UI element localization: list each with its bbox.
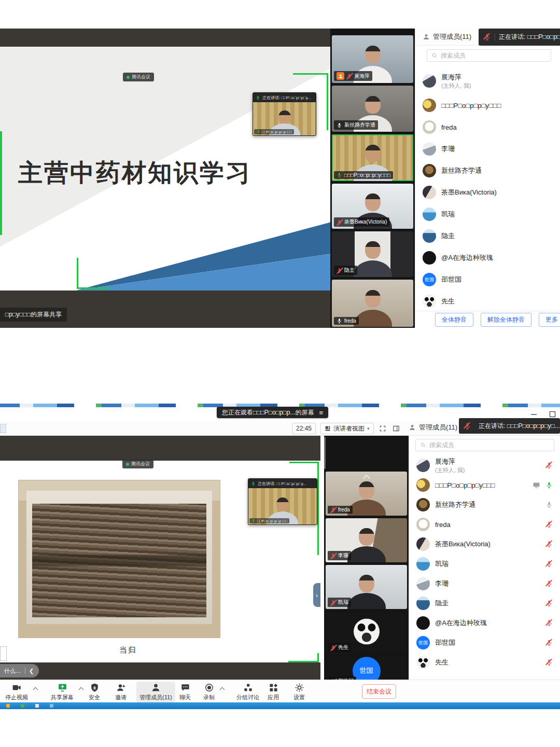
member-row[interactable]: 茶墨Вика(Victoria) xyxy=(409,534,560,554)
participant-name-tag: 李珊 xyxy=(328,551,351,560)
minimized-window-pill[interactable]: 什么… ❮ xyxy=(0,664,39,677)
avatar xyxy=(416,656,430,669)
minimize-button[interactable] xyxy=(530,410,538,417)
mic-status-icon[interactable] xyxy=(545,639,553,646)
video-tile[interactable]: 新丝路齐学通 xyxy=(332,86,413,132)
member-row[interactable]: 世国 邵世国 xyxy=(415,269,560,290)
toolbar-item[interactable]: 应用 xyxy=(264,682,282,702)
windows-taskbar[interactable] xyxy=(0,702,560,709)
taskbar-icon[interactable] xyxy=(50,704,53,708)
panel-footer-button[interactable]: 全体静音▾ xyxy=(435,313,473,327)
end-meeting-button[interactable]: 结束会议 xyxy=(362,684,396,699)
video-strip: freda 李珊 xyxy=(324,436,409,680)
member-row[interactable]: freda xyxy=(409,515,560,534)
video-tile[interactable]: freda xyxy=(332,280,413,327)
member-row[interactable]: 展海萍 (主持人, 我) xyxy=(409,455,560,475)
floating-speaker-video[interactable]: 正在讲话: □□P□o□p□p□y... □□P□o□p□p□y□□□ xyxy=(248,478,317,525)
mic-status-icon[interactable] xyxy=(545,541,553,548)
video-tile[interactable]: 先生 xyxy=(326,612,407,654)
video-tile[interactable]: freda xyxy=(326,472,407,516)
member-row[interactable]: □□□P□o□p□p□y□□□ xyxy=(415,94,560,116)
mic-status-icon[interactable] xyxy=(545,659,553,666)
mic-status-icon[interactable] xyxy=(545,560,553,568)
member-list: 展海萍 (主持人, 我) □□□P□o□p□p□y□□□ xyxy=(409,455,560,680)
video-tile[interactable]: 李珊 xyxy=(326,518,407,562)
toolbar-item[interactable]: 录制 xyxy=(200,682,218,702)
menu-icon[interactable]: ≡ xyxy=(319,409,324,417)
taskbar-icon[interactable] xyxy=(6,704,10,708)
toolbar-item[interactable]: 停止视频 xyxy=(2,682,31,702)
member-row[interactable]: 世国 邵世国 xyxy=(409,633,560,653)
recording-dot-icon xyxy=(127,76,130,79)
member-row[interactable]: freda xyxy=(415,116,560,138)
member-row[interactable]: 李珊 xyxy=(415,138,560,160)
mic-status-icon xyxy=(337,219,342,225)
participant-name-tag: □□□P□o□p□p□y□□□ xyxy=(334,171,393,179)
strip-expand-handle[interactable]: › xyxy=(313,583,320,607)
participant-name: 李珊 xyxy=(338,552,348,559)
meeting-badge[interactable]: 腾讯会议 xyxy=(123,73,154,81)
mic-status-icon[interactable] xyxy=(545,481,553,489)
share-frame-corner xyxy=(288,653,319,662)
member-row[interactable]: □□□P□o□p□p□y□□□ xyxy=(409,475,560,495)
avatar xyxy=(416,557,430,571)
strip-scrollbar[interactable] xyxy=(324,437,326,469)
toolbar-item[interactable]: 聊天 xyxy=(176,682,194,702)
member-row[interactable]: 新丝路齐学通 xyxy=(415,160,560,182)
video-tile[interactable]: 隐圭 xyxy=(332,231,413,277)
toolbar-icon xyxy=(180,683,190,693)
side-by-side-button[interactable] xyxy=(390,423,402,434)
host-badge-icon xyxy=(337,72,344,80)
mic-status-icon[interactable] xyxy=(545,501,553,508)
mic-on-icon xyxy=(251,481,256,486)
taskbar-icon[interactable] xyxy=(35,704,39,708)
minimized-window-label: 什么… xyxy=(4,667,21,675)
participant-name: □□□P□o□p□p□y□□□ xyxy=(344,172,390,178)
caret-up-icon[interactable] xyxy=(33,687,38,693)
member-row[interactable]: 凯瑞 xyxy=(415,203,560,225)
screen-share-label: □p□y□□□的屏幕共享 xyxy=(0,308,67,322)
search-members-input[interactable]: 搜索成员 xyxy=(427,49,551,62)
mic-status-icon[interactable] xyxy=(545,521,553,528)
member-row[interactable]: 新丝路齐学通 xyxy=(409,495,560,515)
video-tile[interactable]: 凯瑞 xyxy=(326,565,407,609)
member-row[interactable]: 茶墨Вика(Victoria) xyxy=(415,182,560,203)
caret-up-icon[interactable] xyxy=(220,687,225,693)
mic-status-icon[interactable] xyxy=(545,580,553,587)
toolbar-label: 设置 xyxy=(293,694,305,701)
toolbar-item[interactable]: 设置 xyxy=(290,682,308,702)
video-tile[interactable]: 茶墨Вика(Victoria) xyxy=(332,184,413,229)
member-row[interactable]: @A在海边种玫瑰 xyxy=(409,613,560,633)
member-row[interactable]: 先生 xyxy=(415,290,560,311)
herb-photo xyxy=(18,480,220,638)
mic-status-icon[interactable] xyxy=(545,619,553,627)
toolbar-item[interactable]: 邀请 xyxy=(112,682,130,702)
meeting-badge[interactable]: 腾讯会议 xyxy=(122,460,153,468)
toolbar-item[interactable]: 共享屏幕 xyxy=(48,682,77,702)
mic-status-icon[interactable] xyxy=(545,462,553,469)
panel-footer-button[interactable]: 解除全体静音▾ xyxy=(481,313,531,327)
member-row[interactable]: 隐圭 xyxy=(415,225,560,247)
watching-screen-banner[interactable]: 您正在观看□□□P□o□p□p...的屏幕 ≡ xyxy=(217,407,328,418)
member-name: □□□P□o□p□p□y□□□ xyxy=(435,481,527,489)
search-members-input[interactable]: 搜索成员 xyxy=(415,439,554,451)
member-row[interactable]: 凯瑞 xyxy=(409,554,560,574)
toolbar-item[interactable]: 管理成员(11) xyxy=(136,682,175,702)
video-tile[interactable]: 展海萍 xyxy=(332,35,413,83)
fullscreen-button[interactable] xyxy=(377,423,388,434)
caret-up-icon[interactable] xyxy=(79,687,84,693)
video-tile[interactable]: □□□P□o□p□p□y□□□ xyxy=(332,134,413,181)
view-mode-button[interactable]: 演讲者视图 ▾ xyxy=(320,423,374,434)
chevron-left-icon[interactable]: ❮ xyxy=(29,668,34,674)
mic-status-icon[interactable] xyxy=(545,600,553,607)
member-row[interactable]: 李珊 xyxy=(409,574,560,593)
member-row[interactable]: 先生 xyxy=(409,653,560,672)
panel-footer-button[interactable]: 更多▾ xyxy=(539,313,560,327)
maximize-button[interactable] xyxy=(549,410,556,417)
member-row[interactable]: @A在海边种玫瑰 xyxy=(415,247,560,269)
toolbar-item[interactable]: 安全 xyxy=(86,682,103,702)
taskbar-icon[interactable] xyxy=(21,704,24,708)
member-row[interactable]: 展海萍 (主持人, 我) xyxy=(415,67,560,94)
member-row[interactable]: 隐圭 xyxy=(409,593,560,613)
toolbar-item[interactable]: 分组讨论 xyxy=(233,682,262,702)
